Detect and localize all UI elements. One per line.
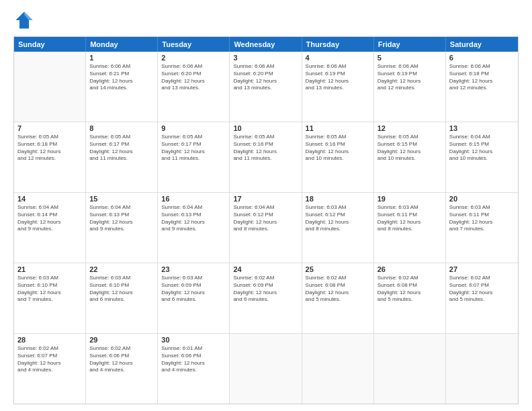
cell-info-line: Sunset: 6:16 PM bbox=[233, 141, 298, 148]
cell-info-line: Sunrise: 6:02 AM bbox=[306, 275, 370, 282]
cell-info-line: and 14 minutes. bbox=[89, 85, 154, 92]
cell-info-line: Sunrise: 6:02 AM bbox=[378, 275, 442, 282]
cell-info-line: and 5 minutes. bbox=[449, 296, 515, 304]
day-number: 23 bbox=[161, 265, 226, 273]
calendar-header: SundayMondayTuesdayWednesdayThursdayFrid… bbox=[14, 37, 518, 52]
page: SundayMondayTuesdayWednesdayThursdayFrid… bbox=[0, 0, 532, 411]
cell-info-line: Daylight: 12 hours bbox=[449, 219, 515, 226]
day-number: 10 bbox=[233, 124, 298, 132]
cell-info-line: Sunset: 6:18 PM bbox=[17, 141, 82, 148]
cell-info-line: Sunrise: 6:03 AM bbox=[449, 204, 515, 212]
calendar-cell: 13Sunrise: 6:04 AMSunset: 6:15 PMDayligh… bbox=[446, 122, 518, 192]
cell-info-line: Sunrise: 6:02 AM bbox=[17, 345, 82, 353]
cell-info-line: Daylight: 12 hours bbox=[89, 148, 154, 156]
calendar-cell: 6Sunrise: 6:06 AMSunset: 6:18 PMDaylight… bbox=[446, 52, 518, 122]
cell-info-line: Daylight: 12 hours bbox=[89, 360, 154, 367]
cell-info-line: Daylight: 12 hours bbox=[306, 289, 370, 297]
day-number: 12 bbox=[378, 124, 442, 132]
cell-info-line: Daylight: 12 hours bbox=[161, 148, 226, 156]
cell-info-line: Sunset: 6:11 PM bbox=[378, 212, 442, 219]
cell-info-line: Sunrise: 6:06 AM bbox=[449, 63, 515, 71]
calendar-cell: 18Sunrise: 6:03 AMSunset: 6:12 PMDayligh… bbox=[302, 193, 374, 263]
calendar-row-2: 7Sunrise: 6:05 AMSunset: 6:18 PMDaylight… bbox=[14, 122, 518, 193]
cell-info-line: Sunset: 6:19 PM bbox=[378, 71, 442, 78]
header-day-saturday: Saturday bbox=[446, 37, 518, 52]
cell-info-line: Sunset: 6:19 PM bbox=[306, 71, 370, 78]
cell-info-line: Daylight: 12 hours bbox=[306, 148, 370, 156]
cell-info-line: Sunrise: 6:03 AM bbox=[306, 204, 370, 212]
header-day-tuesday: Tuesday bbox=[158, 37, 230, 52]
cell-info-line: and 11 minutes. bbox=[161, 155, 226, 163]
day-number: 21 bbox=[17, 265, 82, 273]
calendar-row-1: 1Sunrise: 6:06 AMSunset: 6:21 PMDaylight… bbox=[14, 52, 518, 122]
day-number: 26 bbox=[378, 265, 442, 273]
cell-info-line: Daylight: 12 hours bbox=[233, 148, 298, 156]
day-number: 1 bbox=[89, 54, 154, 62]
cell-info-line: Sunset: 6:21 PM bbox=[89, 71, 154, 78]
day-number: 7 bbox=[17, 124, 82, 132]
cell-info-line: and 12 minutes. bbox=[17, 155, 82, 163]
cell-info-line: Daylight: 12 hours bbox=[378, 148, 442, 156]
day-number: 14 bbox=[17, 195, 82, 203]
cell-info-line: Daylight: 12 hours bbox=[161, 219, 226, 226]
cell-info-line: and 4 minutes. bbox=[161, 367, 226, 374]
calendar-cell: 5Sunrise: 6:06 AMSunset: 6:19 PMDaylight… bbox=[374, 52, 446, 122]
day-number: 3 bbox=[233, 54, 298, 62]
day-number: 29 bbox=[89, 336, 154, 344]
cell-info-line: Sunset: 6:07 PM bbox=[449, 282, 515, 289]
cell-info-line: Sunset: 6:09 PM bbox=[233, 282, 298, 289]
cell-info-line: Sunrise: 6:03 AM bbox=[17, 275, 82, 282]
cell-info-line: Daylight: 12 hours bbox=[17, 148, 82, 156]
cell-info-line: and 9 minutes. bbox=[161, 226, 226, 233]
header bbox=[13, 11, 519, 30]
calendar-cell: 22Sunrise: 6:03 AMSunset: 6:10 PMDayligh… bbox=[86, 263, 158, 333]
day-number: 9 bbox=[161, 124, 226, 132]
cell-info-line: and 6 minutes. bbox=[89, 296, 154, 304]
cell-info-line: Daylight: 12 hours bbox=[449, 78, 515, 85]
cell-info-line: Daylight: 12 hours bbox=[378, 219, 442, 226]
logo bbox=[13, 11, 34, 30]
cell-info-line: Sunrise: 6:02 AM bbox=[233, 275, 298, 282]
calendar-cell: 7Sunrise: 6:05 AMSunset: 6:18 PMDaylight… bbox=[14, 122, 86, 192]
cell-info-line: Sunrise: 6:01 AM bbox=[161, 345, 226, 353]
header-day-friday: Friday bbox=[374, 37, 446, 52]
cell-info-line: Sunset: 6:06 PM bbox=[161, 353, 226, 360]
cell-info-line: Daylight: 12 hours bbox=[378, 289, 442, 297]
cell-info-line: Sunset: 6:09 PM bbox=[161, 282, 226, 289]
cell-info-line: and 4 minutes. bbox=[17, 367, 82, 374]
day-number: 6 bbox=[449, 54, 515, 62]
cell-info-line: Daylight: 12 hours bbox=[89, 78, 154, 85]
cell-info-line: and 10 minutes. bbox=[306, 155, 370, 163]
cell-info-line: Sunrise: 6:04 AM bbox=[449, 134, 515, 141]
calendar-row-4: 21Sunrise: 6:03 AMSunset: 6:10 PMDayligh… bbox=[14, 263, 518, 334]
day-number: 2 bbox=[161, 54, 226, 62]
cell-info-line: Sunset: 6:13 PM bbox=[161, 212, 226, 219]
cell-info-line: and 9 minutes. bbox=[89, 226, 154, 233]
day-number: 19 bbox=[378, 195, 442, 203]
cell-info-line: Daylight: 12 hours bbox=[17, 289, 82, 297]
calendar-cell: 19Sunrise: 6:03 AMSunset: 6:11 PMDayligh… bbox=[374, 193, 446, 263]
calendar-cell: 26Sunrise: 6:02 AMSunset: 6:08 PMDayligh… bbox=[374, 263, 446, 333]
cell-info-line: and 8 minutes. bbox=[233, 226, 298, 233]
cell-info-line: Sunset: 6:11 PM bbox=[449, 212, 515, 219]
cell-info-line: Sunrise: 6:06 AM bbox=[378, 63, 442, 71]
cell-info-line: Sunset: 6:15 PM bbox=[378, 141, 442, 148]
calendar-cell: 12Sunrise: 6:05 AMSunset: 6:15 PMDayligh… bbox=[374, 122, 446, 192]
cell-info-line: Daylight: 12 hours bbox=[306, 219, 370, 226]
cell-info-line: Sunrise: 6:04 AM bbox=[233, 204, 298, 212]
cell-info-line: Daylight: 12 hours bbox=[378, 78, 442, 85]
calendar: SundayMondayTuesdayWednesdayThursdayFrid… bbox=[13, 36, 519, 404]
cell-info-line: and 8 minutes. bbox=[378, 226, 442, 233]
day-number: 15 bbox=[89, 195, 154, 203]
calendar-cell: 17Sunrise: 6:04 AMSunset: 6:12 PMDayligh… bbox=[230, 193, 302, 263]
calendar-cell: 25Sunrise: 6:02 AMSunset: 6:08 PMDayligh… bbox=[302, 263, 374, 333]
cell-info-line: Daylight: 12 hours bbox=[306, 78, 370, 85]
cell-info-line: Sunrise: 6:05 AM bbox=[89, 134, 154, 141]
header-day-wednesday: Wednesday bbox=[230, 37, 302, 52]
day-number: 24 bbox=[233, 265, 298, 273]
cell-info-line: Daylight: 12 hours bbox=[161, 289, 226, 297]
cell-info-line: Daylight: 12 hours bbox=[161, 78, 226, 85]
cell-info-line: Sunset: 6:17 PM bbox=[89, 141, 154, 148]
day-number: 5 bbox=[378, 54, 442, 62]
calendar-cell bbox=[230, 334, 302, 404]
